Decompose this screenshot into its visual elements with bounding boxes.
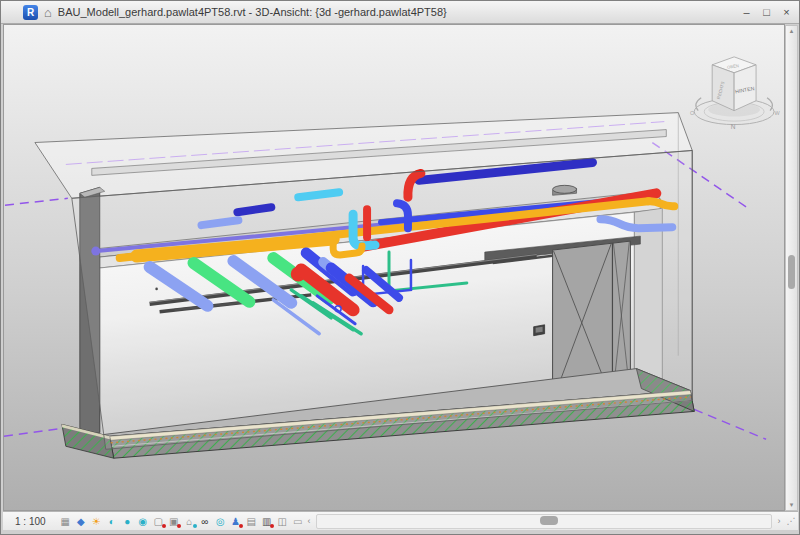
scroll-left-arrow-icon[interactable]: ‹ [304, 516, 314, 526]
lock-3d-view-button[interactable]: ⌂ [183, 514, 196, 529]
temporary-hide-isolate-button[interactable]: ∞ [199, 514, 212, 529]
home-icon[interactable]: ⌂ [44, 6, 52, 19]
horizontal-scrollbar[interactable] [316, 514, 772, 529]
compass-west-label[interactable]: W [774, 110, 780, 116]
reveal-hidden-elements-button[interactable]: ◎ [214, 514, 227, 529]
horizontal-scroll-thumb[interactable] [540, 516, 558, 525]
rendering-dialog-button[interactable]: ◉ [137, 514, 150, 529]
vertical-scroll-thumb[interactable] [788, 255, 795, 289]
highlight-displacement-sets-button[interactable]: ◫ [276, 514, 289, 529]
window-title: BAU_Modell_gerhard.pawlat4PT58.rvt - 3D-… [58, 6, 447, 18]
window-controls: – □ × [740, 6, 793, 18]
model-3d-view: HINTEN RECHTS OBEN N O W [4, 25, 784, 510]
drawing-canvas[interactable]: HINTEN RECHTS OBEN N O W [3, 24, 785, 511]
revit-window: R ⌂ BAU_Modell_gerhard.pawlat4PT58.rvt -… [0, 0, 800, 535]
view-control-bar: 1 : 100 ▦◆☀◐●◉▢▣⌂∞◎♟▤▥◫▭ ‹ › ⋰ [3, 511, 798, 530]
view-scale-button[interactable]: 1 : 100 [15, 516, 57, 527]
glass-front-pane [72, 150, 692, 449]
minimize-button[interactable]: – [740, 6, 753, 18]
visual-style-button[interactable]: ◆ [75, 514, 88, 529]
sun-path-button[interactable]: ☀ [90, 514, 103, 529]
crop-view-button[interactable]: ▢ [152, 514, 165, 529]
compass-north-label[interactable]: N [731, 123, 736, 130]
close-button[interactable]: × [780, 6, 793, 18]
worksharing-display-button[interactable]: ♟ [230, 514, 243, 529]
reveal-constraints-button[interactable]: ▭ [292, 514, 305, 529]
vertical-scrollbar[interactable]: ▴ ▾ [785, 25, 798, 511]
title-bar[interactable]: R ⌂ BAU_Modell_gerhard.pawlat4PT58.rvt -… [1, 1, 799, 24]
maximize-button[interactable]: □ [760, 6, 773, 18]
vcb-icons: ▦◆☀◐●◉▢▣⌂∞◎♟▤▥◫▭ [59, 514, 304, 529]
scroll-right-arrow-icon[interactable]: › [774, 516, 784, 526]
scroll-up-arrow-icon[interactable]: ▴ [786, 27, 797, 35]
revit-app-icon[interactable]: R [23, 5, 38, 20]
shadows-button[interactable]: ● [121, 514, 134, 529]
compass-east-label[interactable]: O [690, 110, 694, 116]
glass-enclosure-front [72, 150, 692, 449]
scroll-down-arrow-icon[interactable]: ▾ [786, 501, 797, 509]
resize-grip[interactable]: ⋰ [784, 516, 798, 526]
temporary-view-properties-button[interactable]: ▤ [245, 514, 258, 529]
show-analytical-model-button[interactable]: ▥ [261, 514, 274, 529]
show-crop-region-button[interactable]: ▣ [168, 514, 181, 529]
detail-level-button[interactable]: ▦ [59, 514, 72, 529]
sun-settings-button[interactable]: ◐ [106, 514, 119, 529]
